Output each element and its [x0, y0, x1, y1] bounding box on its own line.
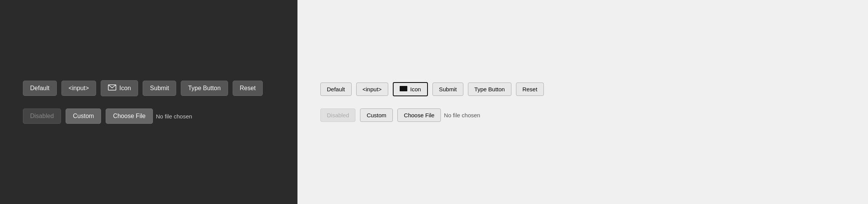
envelope-icon	[108, 84, 116, 92]
light-custom-button[interactable]: Custom	[360, 108, 393, 122]
dark-submit-button[interactable]: Submit	[143, 81, 176, 96]
light-panel: Default <input> Icon Submit Type Button …	[297, 0, 868, 204]
light-default-button[interactable]: Default	[320, 83, 352, 96]
light-input-button[interactable]: <input>	[356, 83, 388, 96]
dark-row-2: Disabled Custom Choose File No file chos…	[23, 108, 275, 124]
light-icon-label: Icon	[410, 86, 421, 92]
light-file-input-wrapper: Choose File No file chosen	[397, 108, 480, 122]
dark-custom-button[interactable]: Custom	[66, 108, 101, 124]
light-row-2: Disabled Custom Choose File No file chos…	[320, 108, 845, 122]
dark-type-button[interactable]: Type Button	[181, 81, 228, 96]
light-disabled-button: Disabled	[320, 108, 355, 122]
light-choose-file-button[interactable]: Choose File	[397, 108, 441, 122]
light-no-file-label: No file chosen	[444, 112, 480, 118]
light-row-1: Default <input> Icon Submit Type Button …	[320, 82, 845, 96]
dark-reset-button[interactable]: Reset	[233, 81, 263, 96]
dark-default-button[interactable]: Default	[23, 81, 57, 96]
light-icon-button[interactable]: Icon	[393, 82, 428, 96]
dark-panel: Default <input> Icon Submit Type Button …	[0, 0, 297, 204]
dark-icon-label: Icon	[119, 85, 131, 92]
dark-row-1: Default <input> Icon Submit Type Button …	[23, 80, 275, 96]
dark-no-file-label: No file chosen	[156, 113, 192, 120]
dark-input-button[interactable]: <input>	[61, 81, 96, 96]
dark-disabled-button: Disabled	[23, 108, 61, 124]
light-type-button[interactable]: Type Button	[468, 83, 511, 96]
light-submit-button[interactable]: Submit	[432, 83, 463, 96]
dark-choose-file-button[interactable]: Choose File	[106, 108, 153, 124]
light-reset-button[interactable]: Reset	[516, 83, 544, 96]
dark-icon-button[interactable]: Icon	[101, 80, 138, 96]
black-rect-icon	[400, 86, 407, 92]
dark-file-input-wrapper: Choose File No file chosen	[106, 108, 192, 124]
